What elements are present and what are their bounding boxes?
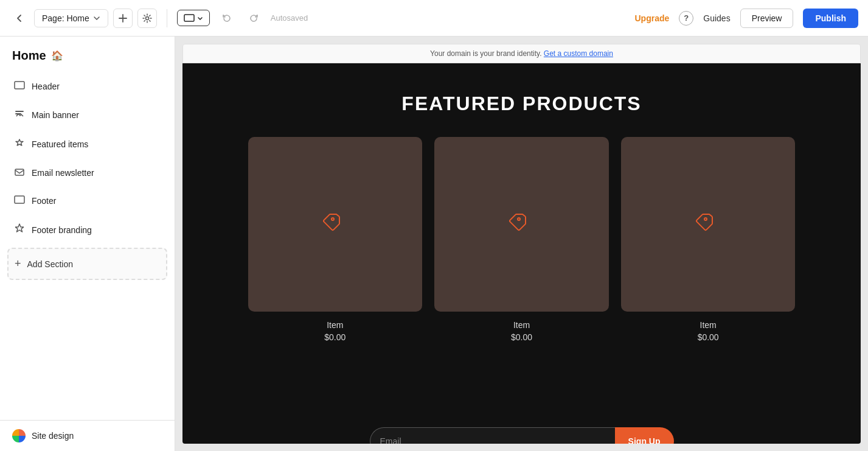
product-tag-icon-1 xyxy=(509,211,533,237)
sidebar-label-footer: Footer xyxy=(32,196,56,206)
footer-branding-icon xyxy=(13,223,26,237)
add-section-button[interactable]: + Add Section xyxy=(7,248,167,280)
email-form: Sign Up xyxy=(370,427,674,444)
email-newsletter-section: Sign Up This form is protected by reCAPT… xyxy=(182,403,861,444)
home-title: Home xyxy=(12,49,46,63)
site-design-label: Site design xyxy=(32,431,74,441)
topbar-left: Page: Home xyxy=(10,9,157,28)
svg-rect-1 xyxy=(184,15,194,21)
sidebar-item-featured-items[interactable]: Featured items xyxy=(7,130,167,159)
add-section-label: Add Section xyxy=(27,259,74,269)
site-design-item[interactable]: Site design xyxy=(0,420,175,451)
svg-rect-4 xyxy=(15,196,24,203)
settings-button[interactable] xyxy=(137,9,157,28)
product-name-1: Item xyxy=(513,320,530,330)
product-price-2: $0.00 xyxy=(698,332,719,342)
product-image-1 xyxy=(434,137,609,312)
home-icon: 🏠 xyxy=(51,50,63,61)
guides-button[interactable]: Guides xyxy=(703,13,730,23)
header-icon xyxy=(13,81,26,92)
upgrade-button[interactable]: Upgrade xyxy=(634,13,669,23)
help-button[interactable]: ? xyxy=(679,11,693,26)
product-card-1[interactable]: Item $0.00 xyxy=(434,137,609,342)
product-tag-icon-2 xyxy=(696,211,720,237)
product-card-2[interactable]: Item $0.00 xyxy=(621,137,796,342)
product-image-0 xyxy=(248,137,423,312)
email-input[interactable] xyxy=(370,427,615,444)
svg-point-7 xyxy=(704,218,707,220)
product-image-2 xyxy=(621,137,796,312)
preview-frame[interactable]: FEATURED PRODUCTS Item $0.0 xyxy=(182,63,861,444)
domain-text: Your domain is your brand identity. xyxy=(430,49,541,58)
featured-products-title: FEATURED PRODUCTS xyxy=(207,93,836,115)
sidebar-label-header: Header xyxy=(32,82,60,91)
redo-button[interactable] xyxy=(244,9,263,28)
svg-point-5 xyxy=(332,218,334,220)
featured-items-icon xyxy=(13,138,26,150)
main-banner-icon xyxy=(13,109,26,121)
main-layout: Home 🏠 Header Main banner Featured xyxy=(0,37,868,451)
svg-point-0 xyxy=(145,16,148,19)
featured-products-section: FEATURED PRODUCTS Item $0.0 xyxy=(182,63,861,403)
sidebar-title: Home 🏠 xyxy=(0,37,175,70)
device-selector[interactable] xyxy=(177,10,210,26)
sidebar-label-footer-branding: Footer branding xyxy=(32,225,92,235)
publish-button[interactable]: Publish xyxy=(803,9,858,28)
page-dropdown[interactable]: Page: Home xyxy=(34,9,108,27)
preview-button[interactable]: Preview xyxy=(740,9,794,28)
site-design-color-icon xyxy=(12,429,26,442)
product-price-0: $0.00 xyxy=(324,332,345,342)
topbar-right: Upgrade ? Guides Preview Publish xyxy=(634,9,858,28)
svg-rect-3 xyxy=(15,169,24,175)
sidebar-item-footer[interactable]: Footer xyxy=(7,187,167,215)
content-area: Your domain is your brand identity. Get … xyxy=(175,37,868,451)
back-button[interactable] xyxy=(10,9,29,28)
sidebar-label-email-newsletter: Email newsletter xyxy=(32,168,94,178)
sidebar-item-email-newsletter[interactable]: Email newsletter xyxy=(7,159,167,187)
products-grid: Item $0.00 Item xyxy=(248,137,796,342)
custom-domain-link[interactable]: Get a custom domain xyxy=(544,49,613,58)
undo-button[interactable] xyxy=(217,9,237,28)
divider-1 xyxy=(167,9,167,27)
domain-banner: Your domain is your brand identity. Get … xyxy=(182,44,861,63)
add-page-button[interactable] xyxy=(113,9,133,28)
sidebar-item-header[interactable]: Header xyxy=(7,72,167,100)
sidebar-item-footer-branding[interactable]: Footer branding xyxy=(7,215,167,245)
product-card-0[interactable]: Item $0.00 xyxy=(248,137,423,342)
sidebar-label-main-banner: Main banner xyxy=(32,110,79,120)
svg-rect-2 xyxy=(15,82,24,89)
sidebar-sections: Header Main banner Featured items Email … xyxy=(0,70,175,420)
autosaved-label: Autosaved xyxy=(271,13,308,23)
sidebar-item-main-banner[interactable]: Main banner xyxy=(7,100,167,130)
add-section-plus-icon: + xyxy=(15,257,21,270)
topbar: Page: Home Autosaved Upgrade ? Guides Pr… xyxy=(0,0,868,37)
footer-icon xyxy=(13,195,26,206)
product-name-0: Item xyxy=(327,320,343,330)
product-name-2: Item xyxy=(700,320,717,330)
svg-point-6 xyxy=(518,218,520,220)
email-newsletter-icon xyxy=(13,167,26,178)
page-label: Page: Home xyxy=(42,13,89,23)
signup-button[interactable]: Sign Up xyxy=(615,427,674,444)
product-price-1: $0.00 xyxy=(511,332,532,342)
sidebar: Home 🏠 Header Main banner Featured xyxy=(0,37,175,451)
product-tag-icon-0 xyxy=(323,211,347,237)
sidebar-label-featured-items: Featured items xyxy=(32,139,88,149)
